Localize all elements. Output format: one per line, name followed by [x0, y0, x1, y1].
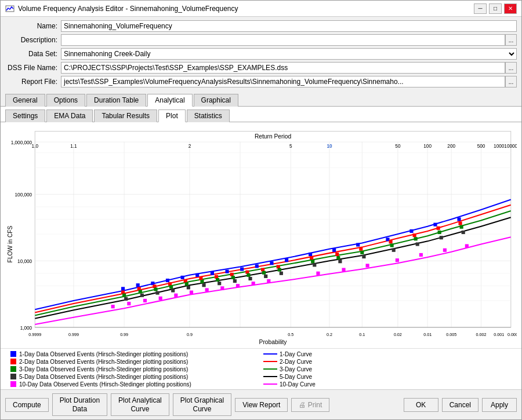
legend-label-5day-observed: 5-Day Data Observed Events (Hirsch-Stedi…	[19, 374, 188, 380]
main-tab-bar: General Options Duration Table Analytica…	[1, 91, 521, 107]
svg-rect-137	[205, 288, 209, 291]
title-bar: Volume Frequency Analysis Editor - Sinne…	[1, 1, 521, 17]
svg-rect-124	[313, 263, 316, 266]
svg-rect-130	[462, 231, 465, 234]
svg-rect-134	[159, 297, 162, 300]
description-label: Description:	[5, 36, 57, 44]
svg-rect-105	[278, 268, 281, 272]
dss-browse-button[interactable]: ...	[505, 62, 517, 74]
legend-item-2day-observed: 2-Day Data Observed Events (Hirsch-Stedi…	[10, 358, 259, 365]
tab-duration-table[interactable]: Duration Table	[86, 94, 146, 107]
tab-analytical[interactable]: Analytical	[147, 94, 192, 107]
ok-button[interactable]: OK	[404, 398, 438, 412]
description-browse-button[interactable]: ...	[505, 34, 517, 46]
dataset-select[interactable]: Sinnemahoning Creek-Daily	[61, 48, 517, 60]
svg-rect-88	[310, 256, 313, 260]
svg-rect-98	[169, 285, 173, 288]
legend-item-10day-observed: 10-Day Data Observed Events (Hirsch-Sted…	[10, 381, 259, 388]
svg-text:200: 200	[447, 144, 455, 149]
svg-text:2: 2	[188, 144, 191, 149]
svg-text:10000: 10000	[504, 144, 517, 149]
svg-text:Return Period: Return Period	[255, 133, 292, 140]
maximize-button[interactable]: □	[489, 3, 502, 14]
inner-tab-bar: Settings EMA Data Tabular Results Plot S…	[1, 107, 521, 122]
svg-rect-108	[360, 251, 364, 254]
legend-line-1day	[263, 352, 277, 356]
svg-text:100,000: 100,000	[15, 192, 32, 198]
svg-rect-118	[202, 283, 205, 287]
svg-rect-127	[392, 249, 396, 252]
print-button[interactable]: 🖨 Print	[291, 398, 329, 412]
legend-line-5day	[263, 374, 277, 379]
legend-marker-1day	[10, 350, 17, 357]
apply-button[interactable]: Apply	[482, 398, 517, 412]
plot-graphical-curve-button[interactable]: Plot Graphical Curve	[173, 393, 231, 416]
legend-label-3day-curve: 3-Day Curve	[280, 366, 312, 372]
inner-tab-plot[interactable]: Plot	[158, 109, 186, 122]
tab-graphical[interactable]: Graphical	[194, 94, 238, 107]
svg-rect-96	[139, 290, 142, 293]
plot-duration-data-button[interactable]: Plot Duration Data	[52, 393, 107, 416]
svg-text:1.0: 1.0	[32, 144, 39, 149]
svg-rect-113	[124, 297, 128, 301]
svg-rect-135	[174, 294, 177, 297]
close-button[interactable]: ✕	[504, 3, 517, 14]
svg-rect-121	[248, 277, 252, 280]
svg-text:0.999: 0.999	[68, 333, 79, 337]
svg-text:Probability: Probability	[259, 339, 288, 345]
svg-text:1,000: 1,000	[20, 326, 32, 331]
legend-line-10day	[263, 382, 277, 386]
svg-rect-131	[111, 305, 115, 308]
svg-rect-93	[437, 227, 440, 230]
inner-tab-tabular-results[interactable]: Tabular Results	[94, 109, 157, 122]
svg-rect-106	[311, 260, 314, 263]
legend-item-5day-observed: 5-Day Data Observed Events (Hirsch-Stedi…	[10, 373, 259, 380]
description-input[interactable]	[61, 34, 505, 46]
svg-rect-128	[416, 242, 419, 246]
svg-rect-99	[185, 282, 188, 286]
minimize-button[interactable]: ─	[474, 3, 487, 14]
svg-rect-64	[211, 272, 214, 275]
svg-rect-75	[433, 223, 437, 227]
report-input[interactable]	[61, 76, 505, 87]
tab-options[interactable]: Options	[46, 94, 85, 107]
svg-rect-123	[280, 272, 283, 275]
svg-rect-157	[10, 381, 16, 387]
cancel-button[interactable]: Cancel	[442, 398, 478, 412]
svg-text:0.005: 0.005	[446, 333, 456, 337]
name-input[interactable]	[61, 20, 517, 32]
svg-rect-97	[154, 287, 157, 291]
view-report-button[interactable]: View Report	[235, 398, 288, 412]
chart-container: Return Period	[1, 122, 521, 348]
svg-text:0.001: 0.001	[494, 333, 504, 337]
inner-tab-statistics[interactable]: Statistics	[187, 109, 230, 122]
report-browse-button[interactable]: ...	[505, 76, 517, 87]
inner-tab-settings[interactable]: Settings	[5, 109, 45, 122]
svg-rect-74	[409, 229, 413, 233]
dss-input[interactable]	[61, 62, 505, 74]
svg-rect-100	[200, 280, 204, 283]
svg-rect-139	[236, 284, 240, 287]
legend-item-1day-observed: 1-Day Data Observed Events (Hirsch-Stedi…	[10, 350, 259, 357]
svg-rect-59	[136, 283, 140, 287]
svg-rect-67	[255, 264, 259, 268]
svg-rect-155	[10, 374, 16, 379]
svg-rect-115	[155, 291, 159, 295]
svg-rect-145	[396, 258, 399, 262]
svg-rect-69	[285, 258, 288, 262]
svg-rect-146	[419, 253, 423, 257]
svg-text:5: 5	[289, 144, 292, 149]
svg-rect-112	[460, 225, 463, 229]
legend-area: 1-Day Data Observed Events (Hirsch-Stedi…	[1, 348, 521, 389]
tab-general[interactable]: General	[5, 94, 45, 107]
svg-rect-89	[335, 253, 339, 256]
compute-button[interactable]: Compute	[5, 398, 49, 412]
plot-analytical-curve-button[interactable]: Plot Analytical Curve	[111, 393, 169, 416]
svg-rect-153	[10, 366, 16, 372]
svg-text:10,000: 10,000	[17, 259, 32, 264]
svg-rect-151	[10, 359, 16, 364]
legend-label-10day-curve: 10-Day Curve	[280, 381, 316, 388]
svg-rect-144	[366, 264, 369, 267]
svg-rect-116	[171, 288, 175, 292]
inner-tab-ema-data[interactable]: EMA Data	[46, 109, 93, 122]
